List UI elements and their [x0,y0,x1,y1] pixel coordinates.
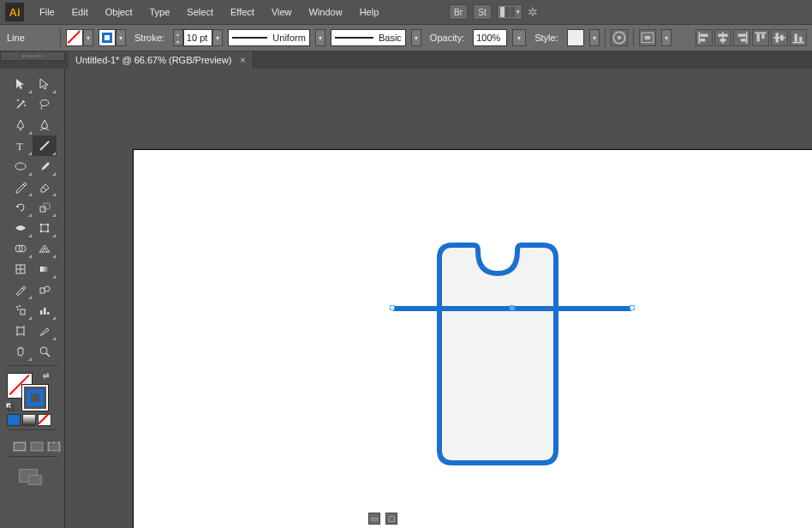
width-tool[interactable] [9,218,33,238]
align-hcenter-button[interactable] [714,29,731,46]
gradient-tool[interactable] [33,259,57,279]
ellipse-icon [14,159,27,173]
canvas-area[interactable]: ▭ ▢ [65,69,812,528]
menu-view[interactable]: View [263,3,301,21]
svg-point-23 [24,105,26,106]
color-mode-gradient[interactable] [22,414,36,426]
graphic-style-dropdown[interactable] [589,29,600,46]
artwork-line-selected[interactable] [393,306,631,311]
selection-tool[interactable] [9,74,33,94]
draw-modes [12,441,62,453]
swap-fill-stroke[interactable]: ⇄ [43,371,50,380]
canvas-edit-button-1[interactable]: ▭ [368,513,380,525]
draw-behind[interactable] [29,441,45,453]
align-left-button[interactable] [696,29,713,46]
color-mode-solid[interactable] [7,414,21,426]
sync-icon[interactable]: ✲ [528,5,538,19]
brush-definition[interactable]: Basic [331,29,406,46]
menu-type[interactable]: Type [141,3,179,21]
menu-object[interactable]: Object [97,3,141,21]
free-transform-icon [38,221,51,235]
canvas-edit-button-2[interactable]: ▢ [385,513,397,525]
align-vcenter-button[interactable] [771,29,788,46]
shape-builder-tool[interactable] [9,238,33,259]
stroke-swatch[interactable] [99,29,116,46]
stroke-weight-dropdown[interactable] [212,29,223,46]
align-right-button[interactable] [733,29,750,46]
zoom-tool[interactable] [33,341,57,362]
menu-edit[interactable]: Edit [63,3,97,21]
handle-right[interactable] [630,305,635,310]
menu-window[interactable]: Window [301,3,351,21]
document-tab-close[interactable]: × [240,55,245,65]
width-icon [14,221,27,235]
column-graph-tool[interactable] [33,300,57,321]
document-tab-strip: Untitled-1* @ 66.67% (RGB/Preview) × [0,51,812,69]
menu-select[interactable]: Select [178,3,222,21]
variable-width-dropdown[interactable] [315,29,325,46]
bridge-button[interactable]: Br [449,4,468,20]
ellipse-tool[interactable] [9,156,33,177]
align-to-button[interactable] [639,29,656,46]
opacity-input[interactable] [473,29,507,46]
stroke-weight-input[interactable] [183,29,212,46]
rotate-tool[interactable] [9,197,33,218]
artwork-battery-shape[interactable] [437,243,558,465]
stroke-color[interactable] [22,385,48,411]
line-segment-tool[interactable] [33,135,57,156]
svg-text:T: T [16,140,23,153]
pencil-tool[interactable] [9,177,33,197]
align-bottom-button[interactable] [790,29,807,46]
svg-rect-29 [40,207,45,212]
hand-tool[interactable] [9,341,33,362]
scale-tool[interactable] [33,197,57,218]
draw-normal[interactable] [12,441,27,453]
document-tab[interactable]: Untitled-1* @ 66.67% (RGB/Preview) × [69,51,254,69]
perspective-grid-tool[interactable] [33,238,57,259]
graphic-style-swatch[interactable] [567,29,584,46]
stroke-dropdown[interactable] [116,29,126,46]
align-to-dropdown[interactable] [661,29,672,46]
default-fill-stroke[interactable] [6,403,15,411]
menu-effect[interactable]: Effect [222,3,263,21]
eraser-tool[interactable] [33,177,57,197]
brush-dropdown[interactable] [411,29,421,46]
mesh-tool[interactable] [9,259,33,279]
pen-tool[interactable] [9,115,33,135]
stroke-weight-spinner[interactable]: ▴▾ [173,29,183,46]
blend-tool[interactable] [33,279,57,300]
hand-icon [14,345,27,358]
magic-wand-tool[interactable] [9,94,33,115]
workspace-layout-button[interactable]: ▾ [497,4,522,20]
svg-rect-9 [720,39,726,41]
type-tool[interactable]: T [9,135,33,156]
tool-panel-collapse[interactable] [0,52,65,61]
opacity-dropdown[interactable] [512,29,526,46]
lasso-tool[interactable] [33,94,57,115]
screen-mode-button[interactable] [19,469,38,483]
line-sample-icon [232,37,267,39]
direct-selection-tool[interactable] [33,74,57,94]
paintbrush-tool[interactable] [33,156,57,177]
fill-swatch[interactable] [66,29,83,46]
free-transform-tool[interactable] [33,218,57,238]
handle-mid[interactable] [510,305,515,310]
slice-tool[interactable] [33,321,57,341]
menu-help[interactable]: Help [351,3,388,21]
handle-left[interactable] [390,305,395,310]
variable-width-profile[interactable]: Uniform [228,29,310,46]
align-top-button[interactable] [752,29,769,46]
artboard-tool[interactable] [9,321,33,341]
svg-point-32 [39,224,41,225]
symbol-sprayer-tool[interactable] [9,300,33,321]
curvature-tool[interactable] [33,115,57,135]
draw-inside[interactable] [46,441,62,453]
mesh-icon [14,262,27,276]
stock-button[interactable]: St [473,4,492,20]
fill-dropdown[interactable] [83,29,93,46]
recolor-button[interactable] [611,29,628,46]
eyedropper-tool[interactable] [9,279,33,300]
menu-file[interactable]: File [31,3,63,21]
magic-wand-icon [14,98,27,111]
color-mode-none[interactable] [38,414,51,426]
